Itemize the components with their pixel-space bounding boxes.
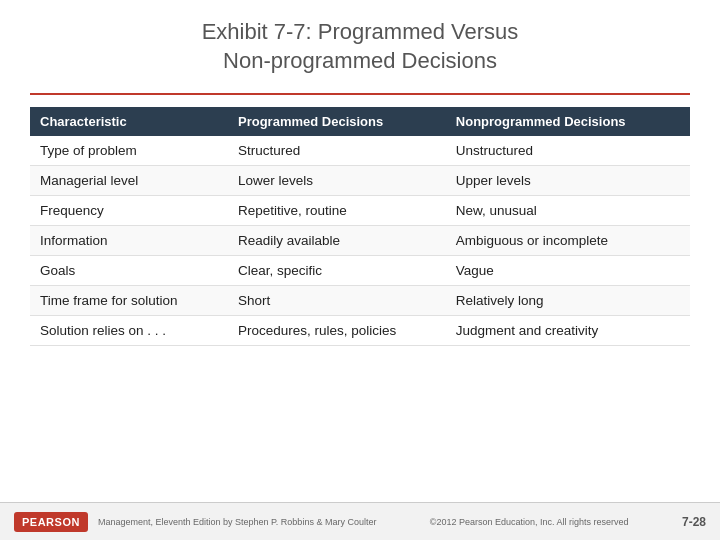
footer-left: PEARSON Management, Eleventh Edition by … [14,512,376,532]
col-header-characteristic: Characteristic [30,107,228,136]
main-content: Exhibit 7-7: Programmed Versus Non-progr… [0,0,720,502]
footer: PEARSON Management, Eleventh Edition by … [0,502,720,540]
slide-title: Exhibit 7-7: Programmed Versus Non-progr… [30,18,690,75]
cell-characteristic: Time frame for solution [30,286,228,316]
table-header-row: Characteristic Programmed Decisions Nonp… [30,107,690,136]
table-row: Time frame for solutionShortRelatively l… [30,286,690,316]
table-row: InformationReadily availableAmbiguous or… [30,226,690,256]
table-container: Characteristic Programmed Decisions Nonp… [30,107,690,492]
cell-programmed: Readily available [228,226,446,256]
cell-programmed: Short [228,286,446,316]
table-row: Type of problemStructuredUnstructured [30,136,690,166]
table-row: Solution relies on . . .Procedures, rule… [30,316,690,346]
col-header-nonprogrammed: Nonprogrammed Decisions [446,107,690,136]
cell-nonprogrammed: Ambiguous or incomplete [446,226,690,256]
cell-nonprogrammed: Vague [446,256,690,286]
title-line1: Exhibit 7-7: Programmed Versus [202,19,519,44]
table-row: Managerial levelLower levelsUpper levels [30,166,690,196]
cell-programmed: Procedures, rules, policies [228,316,446,346]
table-row: FrequencyRepetitive, routineNew, unusual [30,196,690,226]
title-line2: Non-programmed Decisions [223,48,497,73]
cell-characteristic: Information [30,226,228,256]
comparison-table: Characteristic Programmed Decisions Nonp… [30,107,690,346]
pearson-logo: PEARSON [14,512,88,532]
cell-nonprogrammed: Judgment and creativity [446,316,690,346]
footer-page-number: 7-28 [682,515,706,529]
cell-programmed: Lower levels [228,166,446,196]
cell-nonprogrammed: New, unusual [446,196,690,226]
table-row: GoalsClear, specificVague [30,256,690,286]
title-section: Exhibit 7-7: Programmed Versus Non-progr… [30,18,690,75]
title-divider [30,93,690,95]
cell-characteristic: Solution relies on . . . [30,316,228,346]
cell-programmed: Structured [228,136,446,166]
cell-nonprogrammed: Unstructured [446,136,690,166]
cell-nonprogrammed: Upper levels [446,166,690,196]
footer-copyright: ©2012 Pearson Education, Inc. All rights… [430,517,629,527]
cell-characteristic: Goals [30,256,228,286]
cell-nonprogrammed: Relatively long [446,286,690,316]
cell-programmed: Clear, specific [228,256,446,286]
col-header-programmed: Programmed Decisions [228,107,446,136]
cell-characteristic: Type of problem [30,136,228,166]
cell-characteristic: Frequency [30,196,228,226]
page: Exhibit 7-7: Programmed Versus Non-progr… [0,0,720,540]
cell-programmed: Repetitive, routine [228,196,446,226]
footer-citation: Management, Eleventh Edition by Stephen … [98,517,377,527]
cell-characteristic: Managerial level [30,166,228,196]
